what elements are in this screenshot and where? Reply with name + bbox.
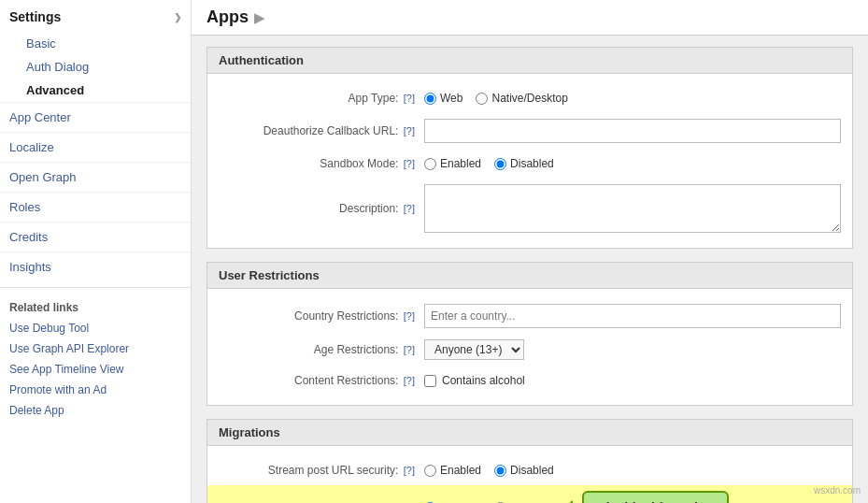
- age-control: Anyone (13+) 13+ 17+ 18+ 19+ 21+: [424, 339, 841, 360]
- deauth-help[interactable]: [?]: [404, 125, 415, 137]
- sidebar-item-delete-app[interactable]: Delete App: [0, 400, 191, 421]
- sidebar-settings-label: Settings: [9, 9, 61, 24]
- authentication-header: Authentication: [207, 48, 852, 74]
- main-content: Apps ▶ Authentication App Type: [?] Web: [192, 0, 868, 503]
- app-type-native-label: Native/Desktop: [491, 92, 567, 105]
- callout-wrapper: Disable this option: [563, 491, 729, 503]
- sidebar-item-auth-dialog[interactable]: Auth Dialog: [0, 55, 191, 79]
- sandbox-label: Sandbox Mode: [?]: [219, 157, 424, 170]
- stream-post-enabled-radio[interactable]: [424, 465, 436, 477]
- authentication-body: App Type: [?] Web Native/Desktop: [207, 74, 852, 248]
- sandbox-enabled-radio[interactable]: [424, 158, 436, 170]
- migrations-section: Migrations Stream post URL security: [?]…: [206, 419, 853, 503]
- content-control: Contains alcohol: [424, 374, 841, 387]
- sandbox-enabled-option[interactable]: Enabled: [424, 157, 481, 170]
- stream-post-row: Stream post URL security: [?] Enabled Di…: [207, 455, 852, 485]
- sidebar-settings-chevron: ❯: [174, 12, 181, 22]
- contains-alcohol-option[interactable]: Contains alcohol: [424, 374, 525, 387]
- remove-offline-row: Remove offline_access permission: [?] En…: [207, 485, 852, 503]
- stream-post-disabled-radio[interactable]: [494, 465, 506, 477]
- sidebar-item-open-graph[interactable]: Open Graph: [0, 162, 191, 192]
- sidebar-item-app-center[interactable]: App Center: [0, 102, 191, 132]
- age-select[interactable]: Anyone (13+) 13+ 17+ 18+ 19+ 21+: [424, 339, 524, 360]
- migrations-body: Stream post URL security: [?] Enabled Di…: [207, 446, 852, 503]
- country-row: Country Restrictions: [?]: [207, 298, 852, 334]
- sandbox-disabled-radio[interactable]: [494, 158, 506, 170]
- sidebar-item-app-timeline[interactable]: See App Timeline View: [0, 359, 191, 380]
- page-header: Apps ▶: [192, 0, 868, 36]
- sidebar-item-graph-api[interactable]: Use Graph API Explorer: [0, 338, 191, 359]
- sidebar-item-promote-ad[interactable]: Promote with an Ad: [0, 380, 191, 400]
- app-type-web-option[interactable]: Web: [424, 92, 462, 105]
- country-help[interactable]: [?]: [404, 310, 415, 322]
- sidebar-item-localize[interactable]: Localize: [0, 132, 191, 162]
- description-textarea[interactable]: [424, 184, 841, 233]
- authentication-section: Authentication App Type: [?] Web: [206, 47, 853, 249]
- content-area: Authentication App Type: [?] Web: [192, 36, 868, 503]
- app-type-label: App Type: [?]: [219, 92, 424, 105]
- watermark: wsxdn.com: [814, 485, 861, 496]
- app-type-help[interactable]: [?]: [404, 93, 415, 104]
- sidebar-divider: [0, 287, 191, 288]
- sidebar: Settings ❯ Basic Auth Dialog Advanced Ap…: [0, 0, 192, 503]
- sidebar-settings[interactable]: Settings ❯: [0, 0, 191, 32]
- related-links-header: Related links: [0, 294, 191, 318]
- sidebar-item-insights[interactable]: Insights: [0, 252, 191, 281]
- content-row: Content Restrictions: [?] Contains alcoh…: [207, 366, 852, 395]
- sandbox-control: Enabled Disabled: [424, 157, 841, 170]
- app-type-control: Web Native/Desktop: [424, 92, 841, 105]
- age-help[interactable]: [?]: [404, 344, 415, 355]
- description-row: Description: [?]: [207, 179, 852, 238]
- country-input[interactable]: [424, 304, 841, 328]
- remove-offline-control: Enabled Disabled Disable this option: [424, 491, 841, 503]
- user-restrictions-section: User Restrictions Country Restrictions: …: [206, 262, 853, 406]
- content-label: Content Restrictions: [?]: [219, 374, 424, 387]
- deauth-input[interactable]: [424, 119, 841, 143]
- sidebar-item-advanced[interactable]: Advanced: [0, 79, 191, 102]
- sidebar-item-debug-tool[interactable]: Use Debug Tool: [0, 318, 191, 338]
- sandbox-disabled-label: Disabled: [510, 157, 554, 170]
- app-type-web-label: Web: [440, 92, 462, 105]
- sidebar-subitems: Basic Auth Dialog Advanced: [0, 32, 191, 102]
- app-type-native-radio[interactable]: [476, 93, 488, 105]
- user-restrictions-body: Country Restrictions: [?] Age Restrictio…: [207, 289, 852, 405]
- country-control: [424, 304, 841, 328]
- content-help[interactable]: [?]: [404, 375, 415, 386]
- stream-post-enabled[interactable]: Enabled: [424, 464, 481, 477]
- stream-post-control: Enabled Disabled: [424, 464, 841, 477]
- age-label: Age Restrictions: [?]: [219, 343, 424, 356]
- callout-box: Disable this option: [582, 491, 729, 503]
- breadcrumb-arrow: ▶: [254, 10, 264, 25]
- description-help[interactable]: [?]: [404, 203, 415, 214]
- app-type-web-radio[interactable]: [424, 93, 436, 105]
- sidebar-item-credits[interactable]: Credits: [0, 222, 191, 252]
- app-type-row: App Type: [?] Web Native/Desktop: [207, 83, 852, 113]
- sidebar-item-roles[interactable]: Roles: [0, 192, 191, 222]
- contains-alcohol-checkbox[interactable]: [424, 375, 436, 387]
- page-title: Apps: [206, 7, 249, 27]
- stream-post-label: Stream post URL security: [?]: [219, 464, 424, 477]
- deauth-label: Deauthorize Callback URL: [?]: [219, 124, 424, 137]
- sandbox-row: Sandbox Mode: [?] Enabled Disabled: [207, 149, 852, 179]
- migrations-header: Migrations: [207, 420, 852, 446]
- sidebar-item-basic[interactable]: Basic: [0, 32, 191, 55]
- country-label: Country Restrictions: [?]: [219, 309, 424, 323]
- description-control: [424, 184, 841, 233]
- stream-post-help[interactable]: [?]: [404, 465, 415, 476]
- contains-alcohol-label: Contains alcohol: [442, 374, 525, 387]
- user-restrictions-header: User Restrictions: [207, 263, 852, 289]
- app-type-native-option[interactable]: Native/Desktop: [476, 92, 567, 105]
- deauth-control: [424, 119, 841, 143]
- age-row: Age Restrictions: [?] Anyone (13+) 13+ 1…: [207, 334, 852, 366]
- deauth-row: Deauthorize Callback URL: [?]: [207, 113, 852, 149]
- description-label: Description: [?]: [219, 202, 424, 215]
- sandbox-disabled-option[interactable]: Disabled: [494, 157, 554, 170]
- stream-post-disabled[interactable]: Disabled: [494, 464, 554, 477]
- sandbox-help[interactable]: [?]: [404, 158, 415, 169]
- sandbox-enabled-label: Enabled: [440, 157, 481, 170]
